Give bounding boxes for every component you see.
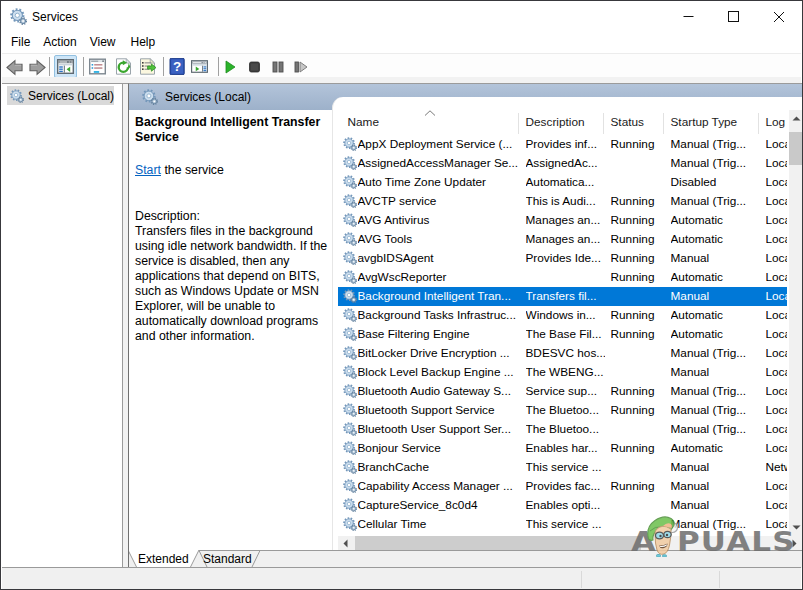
tab-standard[interactable]: Standard bbox=[203, 551, 252, 567]
cell-status: Running bbox=[611, 249, 661, 268]
start-service-icon[interactable] bbox=[222, 58, 239, 75]
column-divider[interactable] bbox=[663, 113, 664, 134]
cell-description: This is Audi... bbox=[526, 192, 605, 211]
cell-startup-type: Manual (Trig... bbox=[671, 344, 757, 363]
column-header-status[interactable]: Status bbox=[611, 110, 644, 134]
toolbar-separator bbox=[218, 57, 219, 76]
service-row[interactable]: Background Tasks Infrastruc...Windows in… bbox=[338, 306, 787, 325]
service-action-rest: the service bbox=[161, 163, 224, 177]
service-row[interactable]: Bonjour ServiceEnables har...RunningAuto… bbox=[338, 439, 787, 458]
service-row[interactable]: AppX Deployment Service (...Provides inf… bbox=[338, 135, 787, 154]
scroll-up-arrow[interactable] bbox=[789, 110, 803, 127]
cell-status bbox=[611, 344, 661, 363]
service-gear-icon bbox=[343, 384, 357, 398]
help-icon[interactable]: ? bbox=[169, 58, 186, 75]
cell-description: Manages an... bbox=[526, 211, 605, 230]
properties-icon[interactable] bbox=[89, 58, 106, 75]
selected-service-title: Background Intelligent Transfer Service bbox=[135, 115, 325, 145]
service-row[interactable]: Block Level Backup Engine ...The WBENG..… bbox=[338, 363, 787, 382]
stop-service-icon[interactable] bbox=[246, 58, 263, 75]
column-header-log-on-as[interactable]: Log bbox=[766, 110, 786, 134]
column-divider[interactable] bbox=[603, 113, 604, 134]
cell-log-on-as: Loca bbox=[766, 439, 787, 458]
show-action-pane-icon[interactable] bbox=[191, 58, 208, 75]
service-gear-icon bbox=[343, 365, 357, 379]
cell-description: Transfers fil... bbox=[526, 287, 605, 306]
service-row[interactable]: avgbIDSAgentProvides Ide...RunningManual… bbox=[338, 249, 787, 268]
cell-description: The Base Fil... bbox=[526, 325, 605, 344]
cell-description: This service ... bbox=[526, 515, 605, 534]
menu-view[interactable]: View bbox=[90, 35, 116, 49]
cell-description: The Bluetoo... bbox=[526, 420, 605, 439]
horizontal-scroll-thumb[interactable] bbox=[355, 536, 641, 551]
toolbar-separator bbox=[163, 57, 164, 76]
service-gear-icon bbox=[343, 175, 357, 189]
service-action-line: Start the service bbox=[135, 163, 224, 177]
cell-status: Running bbox=[611, 211, 661, 230]
column-header-name[interactable]: Name bbox=[348, 110, 379, 134]
service-gear-icon bbox=[343, 422, 357, 436]
column-divider[interactable] bbox=[758, 113, 759, 134]
cell-startup-type: Manual (Trig... bbox=[671, 401, 757, 420]
cell-log-on-as: Loca bbox=[766, 420, 787, 439]
menu-action[interactable]: Action bbox=[43, 35, 76, 49]
service-row[interactable]: AssignedAccessManager Se...AssignedAc...… bbox=[338, 154, 787, 173]
service-row[interactable]: Background Intelligent Tran...Transfers … bbox=[338, 287, 787, 306]
service-gear-icon bbox=[343, 137, 357, 151]
service-row[interactable]: Capability Access Manager ...Provides fa… bbox=[338, 477, 787, 496]
cell-log-on-as: Loca bbox=[766, 344, 787, 363]
service-row[interactable]: CaptureService_8c0d4Enables opti...Manua… bbox=[338, 496, 787, 515]
service-row[interactable]: AVG ToolsManages an...RunningAutomaticLo… bbox=[338, 230, 787, 249]
tree-item-services-local[interactable]: Services (Local) bbox=[7, 86, 114, 105]
service-gear-icon bbox=[343, 479, 357, 493]
column-header-description[interactable]: Description bbox=[526, 110, 585, 134]
cell-startup-type: Manual bbox=[671, 496, 757, 515]
scroll-left-arrow[interactable] bbox=[338, 536, 353, 551]
maximize-button[interactable] bbox=[711, 2, 756, 31]
column-header-startup-type[interactable]: Startup Type bbox=[671, 110, 738, 134]
service-row[interactable]: Base Filtering EngineThe Base Fil...Runn… bbox=[338, 325, 787, 344]
service-row[interactable]: Auto Time Zone UpdaterAutomatica...Disab… bbox=[338, 173, 787, 192]
service-row[interactable]: AVCTP serviceThis is Audi...RunningManua… bbox=[338, 192, 787, 211]
restart-service-icon[interactable] bbox=[291, 58, 308, 75]
scroll-right-arrow[interactable] bbox=[787, 536, 802, 551]
forward-icon[interactable] bbox=[29, 59, 46, 76]
cell-description: Enables har... bbox=[526, 439, 605, 458]
service-row[interactable]: Bluetooth Audio Gateway S...Service sup.… bbox=[338, 382, 787, 401]
menu-file[interactable]: File bbox=[11, 35, 30, 49]
service-row[interactable]: BranchCacheThis service ...ManualNetw bbox=[338, 458, 787, 477]
horizontal-scrollbar[interactable] bbox=[338, 536, 802, 551]
back-icon[interactable] bbox=[6, 59, 23, 76]
close-button[interactable] bbox=[756, 2, 801, 31]
cell-status bbox=[611, 496, 661, 515]
start-service-link[interactable]: Start bbox=[135, 163, 161, 177]
cell-status: Running bbox=[611, 268, 661, 287]
cell-status bbox=[611, 287, 661, 306]
export-list-icon[interactable] bbox=[139, 58, 156, 75]
cell-startup-type: Manual (Trig... bbox=[671, 154, 757, 173]
cell-startup-type: Manual bbox=[671, 458, 757, 477]
pane-header-label: Services (Local) bbox=[165, 90, 251, 104]
service-row[interactable]: AVG AntivirusManages an...RunningAutomat… bbox=[338, 211, 787, 230]
cell-description: Windows in... bbox=[526, 306, 605, 325]
service-row[interactable]: Bluetooth User Support Ser...The Bluetoo… bbox=[338, 420, 787, 439]
refresh-icon[interactable] bbox=[115, 58, 132, 75]
vertical-scroll-thumb[interactable] bbox=[789, 132, 803, 165]
status-separator bbox=[581, 571, 582, 588]
service-row[interactable]: BitLocker Drive Encryption ...BDESVC hos… bbox=[338, 344, 787, 363]
toolbar-separator bbox=[83, 57, 84, 76]
column-divider[interactable] bbox=[518, 113, 519, 134]
tab-extended[interactable]: Extended bbox=[138, 551, 189, 567]
service-row[interactable]: Cellular TimeThis service ...Manual (Tri… bbox=[338, 515, 787, 534]
cell-description: Automatica... bbox=[526, 173, 605, 192]
cell-startup-type: Manual bbox=[671, 363, 757, 382]
service-row[interactable]: Bluetooth Support ServiceThe Bluetoo...R… bbox=[338, 401, 787, 420]
tab-band-border bbox=[260, 550, 803, 551]
cell-name: Bluetooth Audio Gateway S... bbox=[358, 382, 518, 401]
vertical-scrollbar[interactable] bbox=[789, 110, 803, 536]
service-row[interactable]: AvgWscReporterRunningAutomaticLoca bbox=[338, 268, 787, 287]
scroll-down-arrow[interactable] bbox=[789, 519, 803, 536]
pause-service-icon[interactable] bbox=[269, 58, 286, 75]
menu-help[interactable]: Help bbox=[131, 35, 156, 49]
minimize-button[interactable] bbox=[666, 2, 711, 31]
